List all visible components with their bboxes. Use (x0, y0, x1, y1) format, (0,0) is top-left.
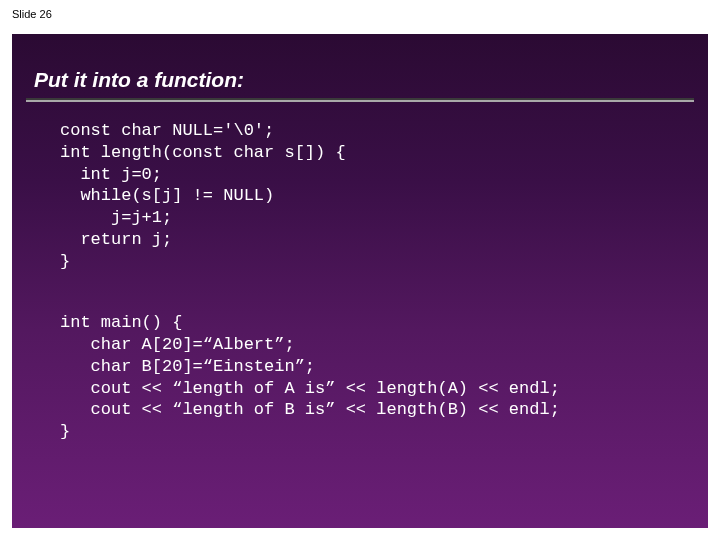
slide-body: Put it into a function: const char NULL=… (12, 34, 708, 528)
slide-container: Put it into a function: const char NULL=… (0, 28, 720, 540)
code-block-2: int main() { char A[20]=“Albert”; char B… (12, 294, 708, 443)
slide-title: Put it into a function: (12, 34, 708, 98)
slide-page: Slide 26 Put it into a function: const c… (0, 0, 720, 540)
code-block-1: const char NULL='\0'; int length(const c… (12, 102, 708, 272)
slide-number-label: Slide 26 (0, 0, 720, 28)
